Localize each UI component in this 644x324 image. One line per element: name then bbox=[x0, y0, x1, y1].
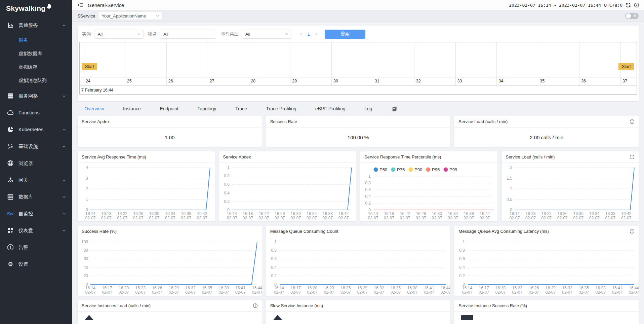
event-start-badge[interactable]: Start bbox=[82, 63, 97, 70]
card-title: Service Instance Success Rate (%) bbox=[458, 303, 527, 308]
legend-dot-P95 bbox=[426, 168, 431, 172]
sidebar-item-服务网格[interactable]: 服务网格 bbox=[0, 87, 72, 104]
time-range[interactable]: 2023-02-07 16:14 ~ 2023-02-07 16:44 bbox=[509, 3, 601, 8]
event-timeline[interactable]: StartStart 2425262728293031323334353637 … bbox=[79, 42, 637, 95]
tab-instance[interactable]: Instance bbox=[123, 106, 141, 111]
timeline-tick-label: 27 bbox=[210, 79, 214, 83]
chevron-up-icon bbox=[62, 23, 66, 28]
svg-text:0.8: 0.8 bbox=[224, 174, 230, 178]
timeline-gridline bbox=[496, 42, 497, 77]
svg-text:16:2902-07: 16:2902-07 bbox=[169, 286, 179, 295]
sidebar-subitem-虚拟消息队列[interactable]: 虚拟消息队列 bbox=[0, 74, 72, 87]
tab-trace-profiling[interactable]: Trace Profiling bbox=[266, 106, 296, 111]
svg-text:16:3802-07: 16:3802-07 bbox=[322, 211, 333, 220]
timeline-tick-label: 32 bbox=[416, 79, 421, 83]
endpoint-input[interactable]: All bbox=[160, 30, 216, 39]
svg-text:16:2302-07: 16:2302-07 bbox=[135, 286, 146, 295]
instance-select[interactable]: All bbox=[94, 30, 144, 39]
pagination: ‹ 1 › bbox=[300, 31, 317, 37]
sidebar-item-网关[interactable]: 网关 bbox=[0, 172, 72, 188]
timeline-tick bbox=[208, 77, 208, 85]
card-title: Slow Service Instance (ms) bbox=[270, 303, 323, 308]
chevron-down-icon bbox=[62, 94, 66, 98]
bar-chart-icon bbox=[7, 22, 14, 29]
tab-ebpf-profiling[interactable]: eBPF Profiling bbox=[315, 106, 345, 111]
svg-text:16:3002-07: 16:3002-07 bbox=[290, 211, 301, 220]
k8s-icon bbox=[7, 126, 14, 133]
chevron-down-icon bbox=[156, 14, 160, 18]
event-type-select[interactable]: All bbox=[242, 30, 291, 39]
svg-text:1: 1 bbox=[463, 240, 465, 244]
prev-page-icon[interactable]: ‹ bbox=[300, 31, 302, 37]
svg-text:16:1402-07: 16:1402-07 bbox=[85, 286, 96, 295]
svg-text:16:1802-07: 16:1802-07 bbox=[384, 211, 394, 220]
instance-filter-label: 实例: bbox=[82, 31, 92, 37]
svg-text:16:3802-07: 16:3802-07 bbox=[605, 211, 615, 220]
sidebar-subitem-虚拟数据库[interactable]: 虚拟数据库 bbox=[0, 47, 72, 61]
info-icon[interactable] bbox=[253, 303, 258, 308]
alert-icon bbox=[7, 244, 14, 251]
partial-glyph bbox=[454, 312, 639, 324]
page-title: General-Service bbox=[88, 2, 124, 8]
tab-log[interactable]: Log bbox=[364, 106, 372, 111]
chart-row-3: Service Instances Load (calls / min)Slow… bbox=[78, 300, 639, 324]
svg-text:16:4102-07: 16:4102-07 bbox=[235, 286, 246, 295]
sidebar-item-Functions[interactable]: Functions bbox=[0, 104, 72, 121]
export-pages-icon[interactable] bbox=[391, 106, 398, 112]
timeline-tick-label: 29 bbox=[292, 79, 297, 83]
legend-dot-P50 bbox=[374, 168, 378, 172]
sidebar-item-仪表盘[interactable]: 仪表盘 bbox=[0, 222, 72, 239]
info-icon[interactable] bbox=[630, 119, 635, 124]
chevron-down-icon bbox=[62, 144, 66, 149]
info-icon[interactable] bbox=[630, 154, 635, 159]
svg-text:16:1402-07: 16:1402-07 bbox=[368, 211, 378, 220]
svg-text:16:3502-07: 16:3502-07 bbox=[579, 286, 589, 295]
svg-text:16:1802-07: 16:1802-07 bbox=[525, 211, 536, 220]
partial-glyph bbox=[266, 312, 450, 324]
card-service-instances-load-calls-min-: Service Instances Load (calls / min) bbox=[78, 300, 262, 324]
svg-text:16:3802-07: 16:3802-07 bbox=[596, 286, 606, 295]
dots-icon bbox=[7, 143, 14, 150]
svg-text:3: 3 bbox=[86, 176, 88, 181]
partial-glyph bbox=[78, 312, 262, 324]
sidebar-item-Kubernetes[interactable]: Kubernetes bbox=[0, 121, 72, 138]
sidebar-item-基础设施[interactable]: 基础设施 bbox=[0, 138, 72, 155]
next-page-icon[interactable]: › bbox=[315, 31, 317, 37]
svg-text:16:2202-07: 16:2202-07 bbox=[258, 211, 269, 220]
sidebar-item-普通服务[interactable]: 普通服务 bbox=[0, 17, 72, 34]
sidebar-item-自监控[interactable]: Sw自监控 bbox=[0, 205, 72, 222]
event-filter-row: 实例: All 端点: All 事件类型: All ‹ bbox=[79, 29, 637, 39]
event-start-badge[interactable]: Start bbox=[618, 63, 634, 70]
timeline-gridline bbox=[414, 42, 414, 77]
timeline-gridline bbox=[538, 42, 538, 77]
version-toggle[interactable]: V bbox=[625, 13, 639, 19]
sidebar-subitem-服务[interactable]: 服务 bbox=[0, 34, 72, 47]
card-service-avg-response-time-ms-: Service Avg Response Time (ms)4321016:14… bbox=[78, 151, 215, 221]
sidebar-item-数据库[interactable]: 数据库 bbox=[0, 188, 72, 205]
svg-text:16:3402-07: 16:3402-07 bbox=[165, 211, 175, 220]
svg-text:1: 1 bbox=[368, 174, 371, 179]
cloud-icon bbox=[7, 109, 14, 116]
sidebar: Skywalking 普通服务服务虚拟数据库虚拟缓存虚拟消息队列服务网格Func… bbox=[0, 0, 72, 324]
svg-text:0.4: 0.4 bbox=[459, 265, 465, 270]
tab-endpoint[interactable]: Endpoint bbox=[160, 106, 178, 111]
info-icon[interactable] bbox=[630, 229, 635, 234]
sidebar-item-设置[interactable]: ⚙设置 bbox=[0, 256, 72, 273]
tab-overview[interactable]: Overview bbox=[84, 106, 104, 111]
tab-trace[interactable]: Trace bbox=[235, 106, 247, 111]
page-number[interactable]: 1 bbox=[308, 32, 310, 37]
refresh-icon[interactable] bbox=[626, 2, 631, 8]
search-button[interactable]: 搜索 bbox=[325, 30, 365, 39]
service-select[interactable]: Your_ApplicationName bbox=[98, 12, 163, 20]
svg-text:0.6: 0.6 bbox=[365, 187, 371, 192]
sidebar-item-告警[interactable]: 告警 bbox=[0, 239, 72, 256]
tab-topology[interactable]: Topology bbox=[197, 106, 216, 111]
svg-text:16:4202-07: 16:4202-07 bbox=[621, 211, 631, 220]
svg-text:0.2: 0.2 bbox=[271, 274, 277, 278]
svg-text:16:4202-07: 16:4202-07 bbox=[338, 211, 349, 220]
app-logo: Skywalking bbox=[0, 0, 72, 17]
sidebar-item-浏览器[interactable]: 浏览器 bbox=[0, 155, 72, 172]
collapse-sidebar-icon[interactable] bbox=[78, 2, 84, 8]
sidebar-subitem-虚拟缓存[interactable]: 虚拟缓存 bbox=[0, 61, 72, 74]
info-icon[interactable] bbox=[634, 2, 639, 8]
